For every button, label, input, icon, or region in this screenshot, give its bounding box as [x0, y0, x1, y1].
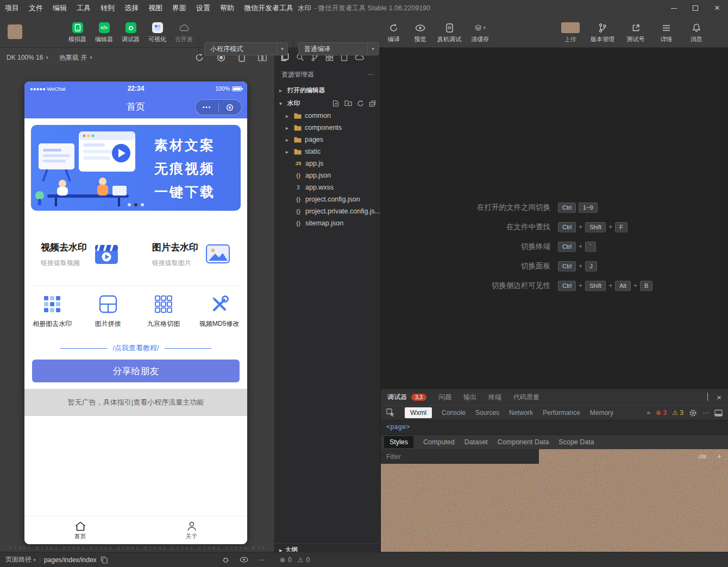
cls-toggle[interactable]: .cls: [698, 449, 707, 464]
test-account-button[interactable]: 测试号: [622, 22, 650, 43]
tree-item-project-private-config[interactable]: {} project.private.config.js...: [275, 205, 380, 217]
user-avatar[interactable]: [8, 24, 22, 39]
collapse-panel-button[interactable]: [707, 393, 708, 401]
tab-styles[interactable]: Styles: [384, 436, 413, 448]
tab-debugger[interactable]: 调试器: [387, 393, 407, 402]
nine-grid-cut-item[interactable]: 九宫格切图: [136, 294, 192, 340]
menu-settings[interactable]: 设置: [191, 0, 215, 16]
compile-button[interactable]: 编译: [380, 22, 407, 43]
editor-toggle-button[interactable]: </> 编辑器: [91, 22, 117, 43]
tab-console[interactable]: Console: [442, 409, 466, 417]
menu-tools[interactable]: 工具: [72, 0, 96, 16]
add-class-button[interactable]: +: [717, 449, 721, 464]
menu-select[interactable]: 选择: [120, 0, 143, 16]
tree-item-app-json[interactable]: {} app.json: [275, 169, 380, 181]
filter-input[interactable]: Filter: [386, 453, 401, 461]
tree-item-common[interactable]: ▸ common: [275, 110, 380, 122]
refresh-button[interactable]: [357, 100, 364, 107]
menu-project[interactable]: 项目: [0, 0, 24, 16]
copy-path-button[interactable]: [101, 556, 108, 564]
album-watermark-item[interactable]: 相册图去水印: [24, 294, 80, 340]
minimize-button[interactable]: [663, 0, 685, 16]
more-icon[interactable]: ⋯: [367, 71, 374, 78]
image-watermark-feature[interactable]: 图片去水印 链接提取图片: [136, 229, 247, 279]
more-menu-button[interactable]: •••: [196, 99, 218, 115]
tab-component-data[interactable]: Component Data: [498, 438, 549, 446]
chevron-down-icon: ▾: [277, 43, 287, 55]
shortcut-keys: Ctrl + `: [558, 242, 596, 252]
tab-problems[interactable]: 问题: [438, 393, 451, 402]
hot-reload-dropdown[interactable]: 热重载 开 ▾: [59, 53, 92, 62]
clear-cache-button[interactable]: ▾ 清缓存: [465, 22, 495, 43]
tree-item-components[interactable]: ▸ components: [275, 122, 380, 134]
messages-button[interactable]: 消息: [683, 22, 710, 43]
video-watermark-feature[interactable]: 视频去水印 链接提取视频: [24, 229, 136, 279]
menu-edit[interactable]: 编辑: [48, 0, 72, 16]
preview-button[interactable]: 预览: [407, 22, 434, 43]
more-tabs-button[interactable]: »: [647, 409, 650, 417]
debugger-toggle-button[interactable]: 调试器: [117, 22, 144, 43]
tab-dataset[interactable]: Dataset: [465, 438, 488, 446]
close-button[interactable]: ×: [706, 0, 728, 16]
menu-file[interactable]: 文件: [24, 0, 48, 16]
simulator-toggle-button[interactable]: 模拟器: [64, 22, 91, 43]
tutorial-link[interactable]: /点我查看教程/: [112, 343, 159, 353]
tree-item-pages[interactable]: ▸ pages: [275, 134, 380, 146]
tab-home[interactable]: 首页: [24, 516, 136, 544]
share-button[interactable]: 分享给朋友: [32, 360, 240, 382]
inspect-element-button[interactable]: [386, 408, 395, 417]
page-path-dropdown[interactable]: 页面路径 ▾: [5, 555, 36, 564]
mode-dropdown[interactable]: 小程序模式 ▾: [204, 42, 288, 55]
tab-network[interactable]: Network: [509, 409, 533, 417]
visibility-icon[interactable]: [240, 557, 248, 563]
tab-wxml[interactable]: Wxml: [405, 407, 432, 418]
more-icon[interactable]: ⋯: [258, 556, 265, 564]
tab-sources[interactable]: Sources: [475, 409, 499, 417]
ad-banner[interactable]: 暂无广告，具体指引|查看小程序流量主功能: [24, 389, 247, 416]
menu-view[interactable]: 视图: [143, 0, 167, 16]
tab-memory[interactable]: Memory: [590, 409, 613, 417]
banner-carousel[interactable]: 素材文案 无痕视频 一键下载: [31, 125, 241, 211]
menu-devtools[interactable]: 微信开发者工具: [239, 0, 298, 16]
tab-computed[interactable]: Computed: [423, 438, 455, 446]
visualization-toggle-button[interactable]: 可视化: [144, 22, 171, 43]
video-md5-item[interactable]: 视频MD5修改: [192, 294, 248, 340]
cloud-dev-button[interactable]: 云开发: [171, 22, 197, 43]
tree-item-project-config[interactable]: {} project.config.json: [275, 193, 380, 205]
open-editors-section[interactable]: ▸ 打开的编辑器: [275, 84, 380, 97]
shortcut-label: 在文件中查找: [381, 222, 550, 232]
bug-icon[interactable]: [222, 556, 230, 564]
collapse-all-button[interactable]: [369, 100, 376, 107]
devtools-more-button[interactable]: ⋯: [702, 409, 709, 417]
tab-scope-data[interactable]: Scope Data: [558, 438, 594, 446]
tab-performance[interactable]: Performance: [543, 409, 580, 417]
upload-button[interactable]: 上传: [557, 22, 583, 43]
image-stitch-item[interactable]: 图片拼接: [80, 294, 136, 340]
close-panel-button[interactable]: ×: [717, 393, 721, 402]
menu-help[interactable]: 帮助: [215, 0, 239, 16]
tab-terminal[interactable]: 终端: [488, 393, 501, 402]
tab-output[interactable]: 输出: [463, 393, 476, 402]
version-control-button[interactable]: 版本管理: [587, 22, 618, 43]
tab-about[interactable]: 关于: [136, 516, 247, 544]
tree-item-app-js[interactable]: JS app.js: [275, 158, 380, 169]
dock-side-button[interactable]: [714, 410, 723, 417]
minimize-capsule-button[interactable]: [219, 103, 242, 112]
compile-mode-dropdown[interactable]: 普通编译 ▾: [298, 42, 379, 55]
tab-code-quality[interactable]: 代码质量: [513, 393, 539, 402]
tree-item-app-wxss[interactable]: 3 app.wxss: [275, 181, 380, 193]
new-folder-button[interactable]: [344, 100, 352, 106]
maximize-button[interactable]: [685, 0, 706, 16]
wxml-element-tree[interactable]: <page>: [381, 420, 728, 434]
project-section[interactable]: ▾ 水印: [275, 97, 380, 110]
devtools-settings-button[interactable]: [689, 409, 697, 417]
new-file-button[interactable]: [332, 100, 340, 107]
details-button[interactable]: 详情: [653, 22, 680, 43]
menu-goto[interactable]: 转到: [96, 0, 120, 16]
device-dropdown[interactable]: DK 100% 16 ▾: [7, 54, 48, 61]
rotate-device-button[interactable]: [195, 53, 204, 62]
menu-interface[interactable]: 界面: [167, 0, 191, 16]
tree-item-sitemap[interactable]: {} sitemap.json: [275, 217, 380, 229]
tree-item-static[interactable]: ▸ static: [275, 146, 380, 158]
remote-debug-button[interactable]: 真机调试: [434, 22, 465, 43]
